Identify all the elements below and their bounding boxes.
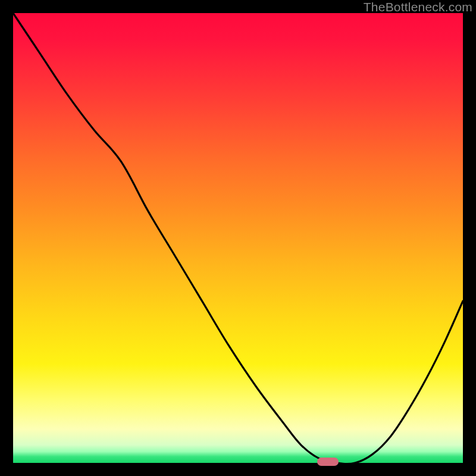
watermark-text: TheBottleneck.com <box>364 0 472 14</box>
bottleneck-curve <box>13 13 463 463</box>
optimum-marker <box>317 458 339 466</box>
chart-frame <box>13 13 463 463</box>
